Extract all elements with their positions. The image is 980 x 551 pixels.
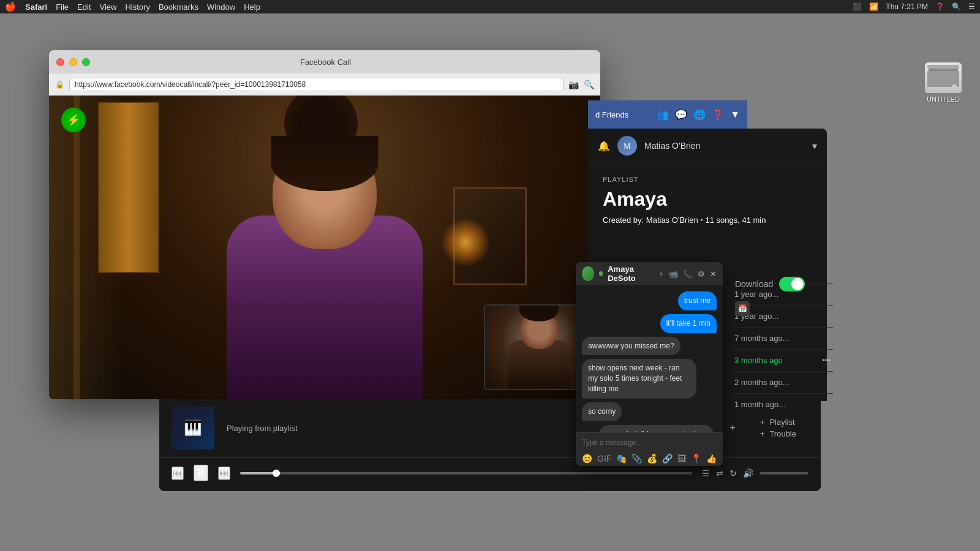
file-menu[interactable]: File [56,2,69,12]
sticker-icon[interactable]: 🎭 [616,454,627,463]
search-icon[interactable]: 🔍 [952,2,961,11]
messenger-icon[interactable]: ⚡ [61,108,86,132]
time-entry-6[interactable]: 1 month ago... [732,393,833,415]
drive-icon-image [925,62,962,93]
drive-label: UNTITLED [919,96,968,103]
facebook-friends-bar: d Friends 👥 💬 🌐 ❓ ▼ [588,100,747,129]
playlist-type-label: PLAYLIST [603,176,812,183]
link-icon[interactable]: 🔗 [662,454,673,463]
repeat-icon[interactable]: ↻ [729,468,737,478]
spotify-panel-header: 🔔 M Matias O'Brien ▾ [588,129,827,163]
ssl-lock-icon: 🔒 [55,80,64,89]
list-view-icon[interactable]: ☰ [702,468,710,478]
chat-action-icons: + 📹 📞 ⚙ ✕ [658,269,717,279]
add-icon[interactable]: + [658,269,663,279]
progress-fill [240,472,276,474]
toggle-knob [791,278,804,290]
notification-icon[interactable]: ☰ [968,2,975,11]
untitled-drive[interactable]: UNTITLED [919,62,968,103]
playlist-item-label: Playlist [769,418,794,427]
image-icon[interactable]: 🖼 [677,454,686,463]
username-label: Matias O'Brien [644,141,700,151]
emoji-icon[interactable]: 😊 [582,454,592,463]
trouble-item-label: Trouble [769,429,796,438]
next-button[interactable]: ⏭ [218,467,230,480]
download-toggle[interactable] [779,277,805,291]
edit-menu[interactable]: Edit [77,2,91,12]
view-menu[interactable]: View [100,2,117,12]
chat-contact-name: Amaya DeSoto [608,264,654,283]
volume-bar[interactable] [760,472,809,474]
message-1: trust me [678,291,717,310]
browser-content: ⚡ [49,96,600,399]
playback-progress-bar[interactable] [240,472,692,474]
time-text-4: 3 months ago [734,356,783,365]
money-icon[interactable]: 💰 [647,454,657,463]
attachment-icon[interactable]: 📎 [631,454,642,463]
spotify-list: + Playlist + Trouble [748,414,809,442]
like-icon[interactable]: 👍 [706,454,717,463]
apple-menu[interactable]: 🍎 [5,1,17,12]
time-text-6: 1 month ago... [734,400,785,409]
history-menu[interactable]: History [125,2,149,12]
add-to-playlist-icon: + [760,418,765,427]
gif-icon[interactable]: GIF [597,454,611,463]
chevron-down-icon[interactable]: ▾ [812,140,817,152]
camera-icon: 📷 [568,80,579,89]
browser-search-icon[interactable]: 🔍 [584,80,594,89]
friends-label: d Friends [595,110,628,119]
message-6-container: so... what did you want to show me? [582,425,717,432]
notification-bell-icon[interactable]: 🔔 [598,140,610,152]
globe-icon[interactable]: 🌐 [693,109,706,121]
wifi-icon: 📶 [869,2,878,11]
pause-button[interactable]: ⏸ [194,465,208,481]
list-item-trouble[interactable]: + Trouble [760,429,796,438]
list-item-playlist[interactable]: + Playlist [760,418,796,427]
settings-icon[interactable]: ⚙ [698,269,705,279]
chat-icon[interactable]: 💬 [675,109,687,121]
close-icon[interactable]: ✕ [710,269,717,279]
expand-icon[interactable]: ▼ [730,109,740,121]
video-background: ⚡ [49,96,600,399]
phone-icon[interactable]: 📞 [683,269,693,279]
friends-icon[interactable]: 👥 [657,109,669,121]
add-playlist-icon[interactable]: + [729,422,735,433]
url-bar[interactable]: https://www.facebook.com/videocall/incal… [69,78,564,91]
playlist-meta: Created by: Matias O'Brien • 11 songs, 4… [603,216,812,225]
window-menu[interactable]: Window [207,2,235,12]
safari-menu[interactable]: Safari [25,2,47,12]
location-icon[interactable]: 📍 [691,454,701,463]
time-text-5: 2 months ago... [734,378,790,387]
album-thumbnail: 🎹 [172,407,214,449]
more-options-icon[interactable]: ••• [822,356,831,365]
chat-input-area [576,432,723,451]
chat-messages-container: trust me it'll take 1 min awwwww you mis… [576,285,723,432]
menubar: 🍎 Safari File Edit View History Bookmark… [0,0,980,13]
chat-input[interactable] [582,438,717,447]
shuffle-icon[interactable]: ⇄ [716,468,723,478]
browser-title: Facebook Call [58,58,593,67]
chat-popup-header: Amaya DeSoto + 📹 📞 ⚙ ✕ [576,262,723,285]
add-to-trouble-icon: + [760,429,765,438]
speaker-icon[interactable]: 🔊 [743,468,753,478]
time-entry-5[interactable]: 2 months ago... [732,371,833,393]
help-menu[interactable]: Help [244,2,260,12]
chat-avatar [582,266,594,281]
help-icon[interactable]: ❓ [712,109,724,121]
time-entry-4[interactable]: 3 months ago ••• [732,349,833,371]
desktop: Facebook Call 🔒 https://www.facebook.com… [0,13,980,551]
calendar-icon[interactable]: 📅 [735,301,750,316]
browser-toolbar: 🔒 https://www.facebook.com/videocall/inc… [49,73,600,96]
message-6: so... what did you want to show me? [599,425,714,432]
download-section: Download [735,277,827,291]
previous-button[interactable]: ⏮ [172,467,184,480]
time-text-3: 7 months ago... [734,334,790,343]
bookmarks-menu[interactable]: Bookmarks [159,2,198,12]
video-call-icon[interactable]: 📹 [668,269,678,279]
time-entry-3[interactable]: 7 months ago... [732,327,833,349]
time-display: Thu 7:21 PM [886,2,928,11]
browser-titlebar: Facebook Call [49,50,600,73]
playlist-name: Amaya [603,188,812,211]
question-icon: ❓ [935,2,944,11]
browser-window: Facebook Call 🔒 https://www.facebook.com… [49,50,600,399]
